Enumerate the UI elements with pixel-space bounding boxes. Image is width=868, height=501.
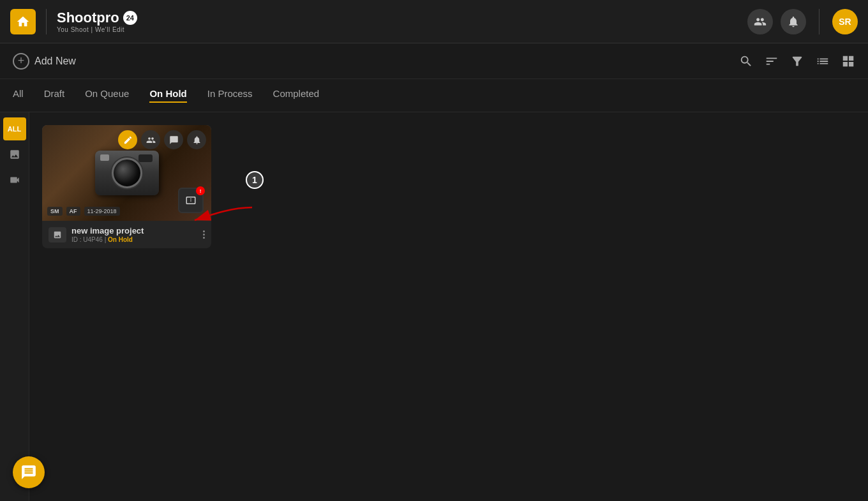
- tab-in-process[interactable]: In Process: [207, 88, 253, 103]
- card-overlay: SM AF 11-29-2018 !: [42, 125, 211, 221]
- header-vertical-divider: [819, 9, 819, 34]
- main-content: ALL: [0, 112, 868, 501]
- card-bottom-bar: SM AF 11-29-2018: [47, 207, 120, 216]
- content-area: SM AF 11-29-2018 !: [29, 112, 868, 501]
- logo: Shootpro 24 You Shoot | We'll Edit: [57, 10, 137, 33]
- project-card: SM AF 11-29-2018 !: [42, 125, 211, 248]
- filter-icon[interactable]: [790, 54, 804, 68]
- header-divider: [46, 9, 47, 34]
- tag-sm: SM: [47, 207, 63, 216]
- sort-icon[interactable]: [765, 54, 779, 68]
- notification-icon-button[interactable]: [781, 9, 806, 34]
- search-icon[interactable]: [739, 54, 753, 68]
- add-new-label: Add New: [34, 56, 76, 67]
- list-view-icon[interactable]: [816, 54, 830, 68]
- home-button[interactable]: [10, 9, 36, 34]
- date-badge: 11-29-2018: [84, 207, 120, 216]
- comment-icon-button[interactable]: [164, 130, 183, 149]
- alert-icon-button[interactable]: !: [178, 188, 204, 213]
- tag-af: AF: [66, 207, 80, 216]
- user-avatar-button[interactable]: SR: [832, 9, 858, 34]
- logo-badge: 24: [123, 11, 137, 25]
- grid-view-icon[interactable]: [841, 54, 855, 68]
- tab-completed[interactable]: Completed: [273, 88, 320, 103]
- edit-icon-button[interactable]: [118, 130, 137, 149]
- add-new-button[interactable]: + Add New: [13, 53, 76, 70]
- logo-text: Shootpro: [57, 10, 119, 26]
- bell-icon-button[interactable]: [187, 130, 206, 149]
- tab-all[interactable]: All: [13, 88, 24, 103]
- sidebar-item-all[interactable]: ALL: [3, 117, 26, 140]
- left-sidebar: ALL: [0, 112, 29, 501]
- card-action-icons: [118, 130, 206, 149]
- toolbar-right-actions: [739, 54, 855, 68]
- card-title: new image project: [71, 226, 144, 236]
- card-thumbnail: SM AF 11-29-2018 !: [42, 125, 211, 221]
- sidebar-item-image[interactable]: [3, 143, 26, 166]
- all-label: ALL: [8, 125, 21, 133]
- card-info: new image project ID : U4P46 | On Hold: [42, 221, 211, 248]
- tab-on-queue[interactable]: On Queue: [85, 88, 129, 103]
- sidebar-item-video[interactable]: [3, 168, 26, 191]
- project-type-icon: [49, 227, 66, 243]
- header-icons: SR: [747, 9, 858, 34]
- card-status: On Hold: [108, 236, 133, 243]
- card-title-meta: new image project ID : U4P46 | On Hold: [71, 226, 144, 243]
- callout-badge: 1: [246, 171, 264, 189]
- users-icon-button[interactable]: [747, 9, 773, 34]
- card-id: ID : U4P46: [71, 236, 103, 243]
- header: Shootpro 24 You Shoot | We'll Edit SR: [0, 0, 868, 43]
- tabs: All Draft On Queue On Hold In Process Co…: [0, 79, 868, 112]
- plus-icon: +: [13, 53, 29, 70]
- callout-number: 1: [252, 175, 257, 185]
- tab-on-hold[interactable]: On Hold: [149, 88, 186, 103]
- card-menu-button[interactable]: [203, 230, 205, 239]
- logo-sub: You Shoot | We'll Edit: [57, 26, 137, 33]
- chat-bubble-button[interactable]: [13, 456, 45, 488]
- toolbar: + Add New: [0, 43, 868, 79]
- card-info-left: new image project ID : U4P46 | On Hold: [49, 226, 144, 243]
- card-meta: ID : U4P46 | On Hold: [71, 236, 144, 243]
- team-icon-button[interactable]: [141, 130, 160, 149]
- alert-dot: !: [196, 186, 205, 195]
- tab-draft[interactable]: Draft: [44, 88, 65, 103]
